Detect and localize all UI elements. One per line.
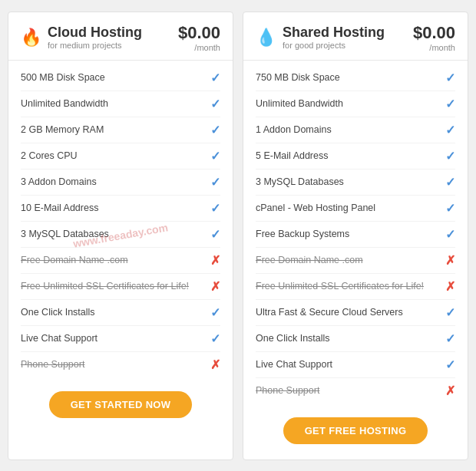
feature-text: One Click Installs [256,333,439,344]
feature-item: 10 E-Mail Address✓ [21,196,220,222]
card-shared-subtitle: for good projects [283,41,385,50]
feature-text: Phone Support [256,385,439,396]
feature-item: Free Unlimited SSL Certificates for Life… [21,274,220,300]
card-shared-price: $0.00 [413,23,455,43]
card-shared-title: Shared Hosting [283,25,385,41]
feature-item: 750 MB Disk Space✓ [256,65,455,91]
feature-item: 2 GB Memory RAM✓ [21,117,220,143]
feature-item: One Click Installs✓ [256,326,455,352]
feature-item: 3 MySQL Databases✓ [256,170,455,196]
feature-text: 2 Cores CPU [21,150,204,161]
check-icon: ✓ [210,71,220,85]
feature-text: 2 GB Memory RAM [21,124,204,135]
feature-text: Free Backup Systems [256,229,439,239]
feature-item: Live Chat Support✓ [256,352,455,378]
feature-text: Free Unlimited SSL Certificates for Life… [256,281,439,291]
feature-item: cPanel - Web Hosting Panel✓ [256,196,455,222]
feature-item: Free Domain Name .com✗ [21,248,220,274]
cross-icon: ✗ [210,357,220,372]
card-cloud-header: 🔥Cloud Hostingfor medium projects$0.00/m… [8,12,233,61]
check-icon: ✓ [445,227,455,242]
feature-text: 1 Addon Domains [256,124,439,135]
card-shared-features: 750 MB Disk Space✓Unlimited Bandwidth✓1 … [243,61,468,408]
card-cloud-price-period: /month [178,43,220,52]
card-cloud-features: 500 MB Disk Space✓Unlimited Bandwidth✓2 … [8,61,233,382]
feature-text: Unlimited Bandwidth [21,98,204,109]
check-icon: ✓ [210,227,220,242]
feature-item: Phone Support✗ [256,378,455,403]
feature-item: Unlimited Bandwidth✓ [21,91,220,117]
feature-item: 3 MySQL Databases✓ [21,222,220,248]
feature-item: One Click Installs✓ [21,300,220,326]
feature-item: Free Domain Name .com✗ [256,248,455,274]
feature-text: 500 MB Disk Space [21,72,204,83]
card-cloud-title: Cloud Hosting [48,25,142,41]
card-cloud-subtitle: for medium projects [48,41,142,50]
check-icon: ✓ [445,149,455,163]
check-icon: ✓ [210,201,220,216]
card-cloud: 🔥Cloud Hostingfor medium projects$0.00/m… [8,12,233,460]
feature-text: Unlimited Bandwidth [256,98,439,109]
check-icon: ✓ [210,305,220,320]
feature-text: 3 MySQL Databases [21,229,204,239]
feature-item: 3 Addon Domains✓ [21,170,220,196]
check-icon: ✓ [210,331,220,346]
feature-text: 10 E-Mail Address [21,203,204,213]
feature-text: One Click Installs [21,307,204,318]
check-icon: ✓ [210,97,220,111]
check-icon: ✓ [445,331,455,346]
feature-text: Free Domain Name .com [256,255,439,265]
cross-icon: ✗ [210,279,220,294]
check-icon: ✓ [210,175,220,189]
feature-text: Free Unlimited SSL Certificates for Life… [21,281,204,291]
feature-text: cPanel - Web Hosting Panel [256,203,439,213]
card-shared-price-period: /month [413,43,455,52]
flame-icon: 🔥 [21,28,41,48]
card-shared-cta-button[interactable]: GET FREE HOSTING [283,417,428,444]
feature-item: Free Unlimited SSL Certificates for Life… [256,274,455,300]
check-icon: ✓ [445,201,455,216]
feature-text: 3 MySQL Databases [256,176,439,187]
feature-text: Free Domain Name .com [21,255,204,265]
cross-icon: ✗ [445,253,455,268]
feature-text: Phone Support [21,359,204,370]
check-icon: ✓ [445,97,455,111]
check-icon: ✓ [445,305,455,320]
feature-item: Ultra Fast & Secure Cloud Servers✓ [256,300,455,326]
feature-item: Unlimited Bandwidth✓ [256,91,455,117]
cross-icon: ✗ [445,384,455,398]
check-icon: ✓ [210,123,220,137]
feature-item: 2 Cores CPU✓ [21,143,220,170]
cross-icon: ✗ [445,279,455,294]
feature-item: 500 MB Disk Space✓ [21,65,220,91]
feature-text: Live Chat Support [256,359,439,370]
card-shared-header: 💧Shared Hostingfor good projects$0.00/mo… [243,12,468,61]
card-cloud-price: $0.00 [178,23,220,43]
feature-text: 3 Addon Domains [21,176,204,187]
feature-text: Live Chat Support [21,333,204,344]
check-icon: ✓ [445,175,455,189]
feature-text: 5 E-Mail Address [256,150,439,161]
check-icon: ✓ [445,357,455,372]
feature-text: 750 MB Disk Space [256,72,439,83]
feature-item: Phone Support✗ [21,352,220,377]
feature-item: Free Backup Systems✓ [256,222,455,248]
check-icon: ✓ [445,71,455,85]
check-icon: ✓ [445,123,455,137]
pricing-cards: 🔥Cloud Hostingfor medium projects$0.00/m… [8,12,468,460]
card-cloud-cta-button[interactable]: GET STARTED NOW [49,391,193,418]
drop-icon: 💧 [256,28,276,48]
check-icon: ✓ [210,149,220,163]
card-shared: 💧Shared Hostingfor good projects$0.00/mo… [243,12,468,460]
feature-item: 1 Addon Domains✓ [256,117,455,143]
feature-item: 5 E-Mail Address✓ [256,143,455,170]
feature-item: Live Chat Support✓ [21,326,220,352]
cross-icon: ✗ [210,253,220,268]
feature-text: Ultra Fast & Secure Cloud Servers [256,307,439,318]
